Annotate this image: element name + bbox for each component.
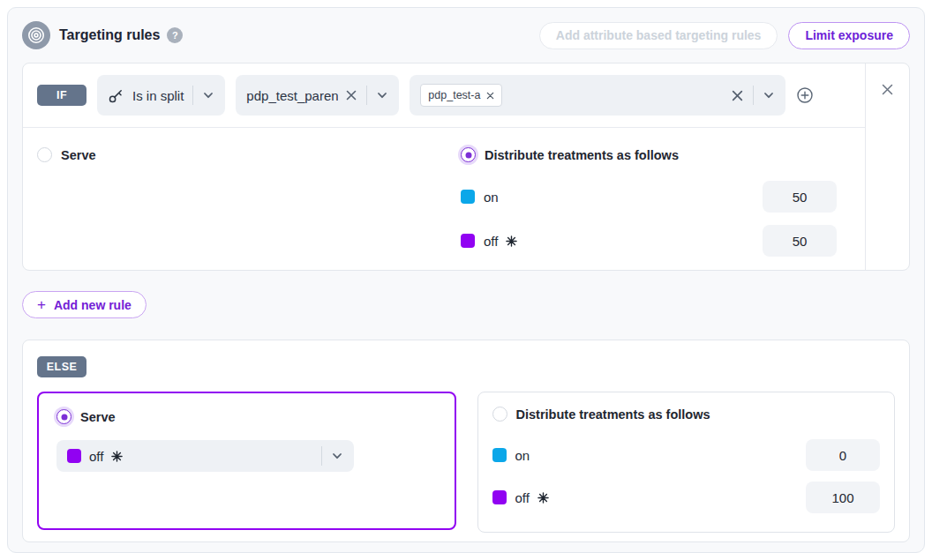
treatment-name: off <box>484 234 498 249</box>
matcher-label: Is in split <box>132 88 184 103</box>
selected-treatment-name: off <box>89 449 103 464</box>
split-select-value: pdp_test_paren <box>246 88 338 103</box>
treatment-row-on: on <box>492 439 880 471</box>
page-title: Targeting rules <box>59 27 160 43</box>
delete-rule-button[interactable] <box>879 81 895 97</box>
treatment-row-on: on <box>461 181 837 213</box>
clear-split-icon[interactable] <box>345 89 357 101</box>
distribute-label: Distribute treatments as follows <box>485 148 679 162</box>
split-select[interactable]: pdp_test_paren <box>236 75 399 116</box>
treatment-name: on <box>484 190 499 205</box>
key-icon <box>108 87 124 104</box>
plus-icon: + <box>37 297 46 312</box>
close-icon <box>883 85 891 93</box>
else-serve-label: Serve <box>80 410 116 424</box>
chevron-down-icon <box>763 89 775 101</box>
targeting-rules-panel: Targeting rules ? Add attribute based ta… <box>7 7 925 553</box>
remove-tag-icon <box>486 92 494 100</box>
treatment-tag[interactable]: pdp_test-a <box>420 84 502 107</box>
add-attribute-rules-button[interactable]: Add attribute based targeting rules <box>539 22 778 49</box>
else-serve-radio[interactable] <box>56 409 71 424</box>
default-treatment-asterisk-icon <box>537 492 549 504</box>
treatment-off-swatch <box>67 449 81 463</box>
treatment-name: on <box>515 448 530 463</box>
matcher-select[interactable]: Is in split <box>97 75 225 116</box>
distribute-radio[interactable] <box>461 147 476 162</box>
treatment-row-off: off <box>461 225 837 257</box>
add-new-rule-button[interactable]: + Add new rule <box>22 291 147 318</box>
default-treatment-asterisk-icon <box>111 451 123 462</box>
else-badge: ELSE <box>37 356 86 377</box>
treatment-percentage-input[interactable] <box>806 482 880 513</box>
serve-label: Serve <box>61 148 96 162</box>
chevron-down-icon <box>331 450 343 462</box>
treatment-name: off <box>515 490 530 505</box>
else-distribute-card: Distribute treatments as follows on off <box>477 392 895 533</box>
treatment-row-off: off <box>492 482 880 513</box>
limit-exposure-button[interactable]: Limit exposure <box>788 22 910 49</box>
else-distribute-label: Distribute treatments as follows <box>516 407 710 422</box>
rule-serve-section: Serve Distribute treatments as follows o… <box>23 128 865 257</box>
if-condition-row: IF Is in split pdp_test_par <box>23 63 865 128</box>
help-icon[interactable]: ? <box>167 27 183 43</box>
treatment-on-swatch <box>461 190 475 204</box>
else-distribute-radio[interactable] <box>492 407 507 422</box>
chevron-down-icon <box>202 89 214 101</box>
treatment-percentage-input[interactable] <box>763 225 837 257</box>
else-serve-treatment-select[interactable]: off <box>56 440 354 472</box>
treatment-tag-label: pdp_test-a <box>428 89 480 101</box>
panel-header: Targeting rules ? Add attribute based ta… <box>8 8 924 63</box>
else-rule-card: ELSE Serve off <box>22 340 910 542</box>
clear-treatments-icon[interactable] <box>731 89 744 102</box>
treatment-on-swatch <box>492 448 507 462</box>
rule-card-divider <box>865 63 866 270</box>
treatment-percentage-input[interactable] <box>806 439 880 471</box>
treatment-off-swatch <box>461 234 475 248</box>
if-rule-card: IF Is in split pdp_test_par <box>22 63 910 271</box>
serve-radio[interactable] <box>37 147 52 162</box>
if-badge: IF <box>37 85 86 106</box>
target-icon <box>22 21 50 49</box>
treatment-percentage-input[interactable] <box>763 181 837 213</box>
treatments-multiselect[interactable]: pdp_test-a <box>410 75 785 116</box>
default-treatment-asterisk-icon <box>506 235 517 247</box>
treatment-off-swatch <box>492 490 507 504</box>
add-new-rule-label: Add new rule <box>54 298 132 312</box>
chevron-down-icon <box>376 89 388 101</box>
add-condition-icon[interactable] <box>796 86 814 104</box>
else-serve-card: Serve off <box>37 392 456 530</box>
